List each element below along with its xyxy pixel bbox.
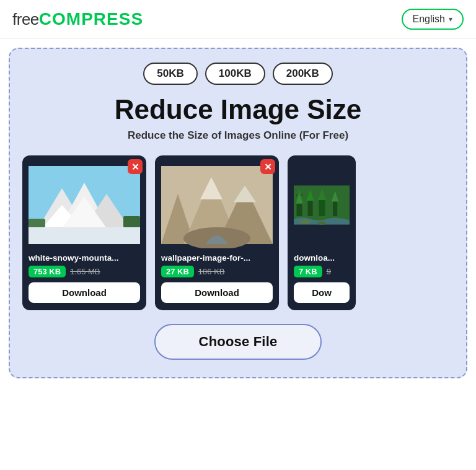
preset-100kb-button[interactable]: 100KB <box>205 63 265 85</box>
card-2-image <box>161 162 273 248</box>
image-card-3: downloa... 7 KB 9 Dow <box>288 155 356 310</box>
svg-rect-7 <box>29 227 140 244</box>
card-3-sizes: 7 KB 9 <box>294 266 350 277</box>
choose-file-section: Choose File <box>22 324 454 360</box>
svg-point-27 <box>299 220 311 224</box>
card-2-filename: wallpaper-image-for-... <box>161 253 273 263</box>
page-title: Reduce Image Size <box>22 95 454 124</box>
card-3-size-new: 7 KB <box>294 266 322 277</box>
main-container: 50KB 100KB 200KB Reduce Image Size Reduc… <box>9 48 467 378</box>
page-subtitle: Reduce the Size of Images Online (For Fr… <box>22 129 454 142</box>
language-button[interactable]: English ▾ <box>402 9 464 30</box>
preset-50kb-button[interactable]: 50KB <box>143 63 197 85</box>
language-label: English <box>413 14 445 25</box>
remove-card-2-button[interactable]: ✕ <box>260 159 275 174</box>
card-1-size-old: 1.65 MB <box>70 267 100 276</box>
svg-rect-8 <box>29 219 45 228</box>
image-card-2: ✕ wallpaper-image-f <box>155 155 279 310</box>
logo-compress: COMPRESS <box>39 9 143 28</box>
card-1-filename: white-snowy-mounta... <box>29 253 140 263</box>
header: freeCOMPRESS English ▾ <box>0 0 476 39</box>
logo: freeCOMPRESS <box>12 9 143 29</box>
card-1-sizes: 753 KB 1.65 MB <box>29 266 140 277</box>
card-2-size-old: 106 KB <box>198 267 225 276</box>
image-cards-row: ✕ white- <box>22 155 454 310</box>
download-card-3-button[interactable]: Dow <box>294 282 350 303</box>
download-card-1-button[interactable]: Download <box>29 282 140 303</box>
svg-rect-9 <box>123 216 140 227</box>
download-card-2-button[interactable]: Download <box>161 282 273 303</box>
card-2-size-new: 27 KB <box>161 266 194 277</box>
logo-free: free <box>12 10 39 28</box>
card-2-sizes: 27 KB 106 KB <box>161 266 273 277</box>
card-1-size-new: 753 KB <box>29 266 66 277</box>
card-3-size-old: 9 <box>327 267 331 276</box>
svg-point-28 <box>317 222 326 225</box>
chevron-down-icon: ▾ <box>449 15 452 24</box>
card-3-image <box>294 162 350 248</box>
card-1-image <box>29 162 140 248</box>
choose-file-button[interactable]: Choose File <box>154 324 322 360</box>
image-card-1: ✕ white- <box>22 155 146 310</box>
size-presets-row: 50KB 100KB 200KB <box>22 63 454 85</box>
preset-200kb-button[interactable]: 200KB <box>273 63 333 85</box>
card-3-filename: downloa... <box>294 253 350 263</box>
remove-card-1-button[interactable]: ✕ <box>128 159 143 174</box>
